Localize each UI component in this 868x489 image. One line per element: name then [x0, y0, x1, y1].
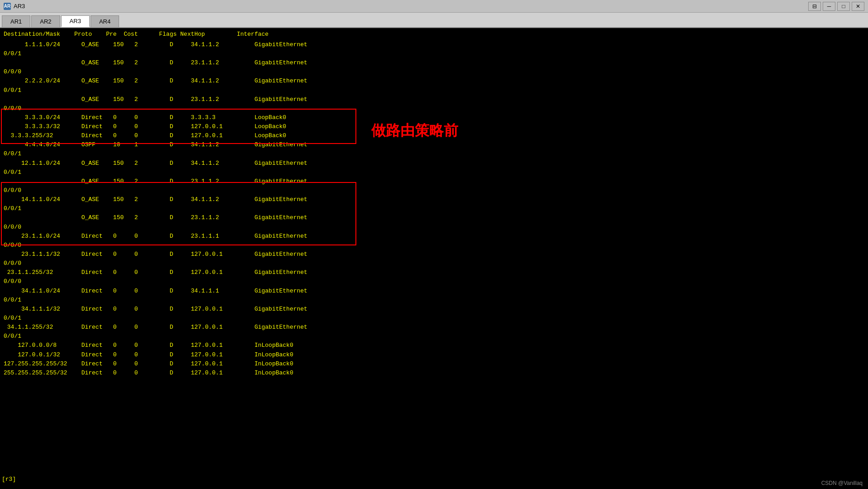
route-line: 0/0/1 — [4, 49, 864, 58]
route-line: 0/0/0 — [4, 259, 864, 268]
red-box-2 — [1, 182, 356, 245]
route-line: 0/0/1 — [4, 332, 864, 341]
route-line: 0/0/1 — [4, 296, 864, 305]
window-title: AR3 — [14, 3, 25, 10]
route-line: 127.0.0.1/32 Direct 0 0 D 127.0.0.1 InLo… — [4, 350, 864, 360]
route-line: 23.1.1.255/32 Direct 0 0 D 127.0.0.1 Gig… — [4, 268, 864, 277]
route-line: 1.1.1.0/24 O_ASE 150 2 D 34.1.1.2 Gigabi… — [4, 40, 864, 49]
tab-ar3[interactable]: AR3 — [61, 15, 90, 27]
title-bar: AR AR3 ⊟ ─ □ ✕ — [0, 0, 868, 13]
close-button[interactable]: ✕ — [852, 2, 864, 11]
route-line: 0/0/1 — [4, 168, 864, 177]
route-line: 23.1.1.1/32 Direct 0 0 D 127.0.0.1 Gigab… — [4, 250, 864, 259]
restore-button[interactable]: ⊟ — [808, 2, 821, 11]
route-line: 34.1.1.1/32 Direct 0 0 D 127.0.0.1 Gigab… — [4, 305, 864, 314]
route-line: 127.0.0.0/8 Direct 0 0 D 127.0.0.1 InLoo… — [4, 341, 864, 350]
watermark: CSDN @Vanillaq — [821, 480, 863, 486]
maximize-button[interactable]: □ — [837, 2, 850, 11]
title-bar-left: AR AR3 — [4, 3, 25, 10]
route-line: O_ASE 150 2 D 23.1.1.2 GigabitEthernet — [4, 95, 864, 104]
tab-ar1[interactable]: AR1 — [2, 15, 30, 27]
prompt-line[interactable]: [r3] — [2, 476, 16, 483]
route-line: 2.2.2.0/24 O_ASE 150 2 D 34.1.1.2 Gigabi… — [4, 77, 864, 86]
window-controls: ⊟ ─ □ ✕ — [808, 2, 864, 11]
route-line: 0/0/1 — [4, 86, 864, 95]
route-line: 0/0/1 — [4, 149, 864, 158]
route-line: 0/0/1 — [4, 314, 864, 323]
tabs-bar: AR1 AR2 AR3 AR4 — [0, 13, 868, 28]
route-line: 12.1.1.0/24 O_ASE 150 2 D 34.1.1.2 Gigab… — [4, 159, 864, 168]
minimize-button[interactable]: ─ — [823, 2, 835, 11]
app-icon: AR — [4, 3, 11, 10]
route-line: 0/0/0 — [4, 277, 864, 286]
tab-ar2[interactable]: AR2 — [31, 15, 60, 27]
route-line: 0/0/0 — [4, 67, 864, 77]
annotation-text: 做路由策略前 — [371, 121, 458, 141]
route-line: 34.1.1.0/24 Direct 0 0 D 34.1.1.1 Gigabi… — [4, 287, 864, 296]
terminal: Destination/Mask Proto Pre Cost Flags Ne… — [0, 28, 868, 489]
red-box-1 — [1, 109, 356, 144]
table-header: Destination/Mask Proto Pre Cost Flags Ne… — [4, 30, 864, 39]
route-line: O_ASE 150 2 D 23.1.1.2 GigabitEthernet — [4, 58, 864, 67]
tab-ar4[interactable]: AR4 — [91, 15, 119, 27]
route-line: 34.1.1.255/32 Direct 0 0 D 127.0.0.1 Gig… — [4, 323, 864, 332]
route-line: 255.255.255.255/32 Direct 0 0 D 127.0.0.… — [4, 369, 864, 378]
route-line: 127.255.255.255/32 Direct 0 0 D 127.0.0.… — [4, 360, 864, 369]
